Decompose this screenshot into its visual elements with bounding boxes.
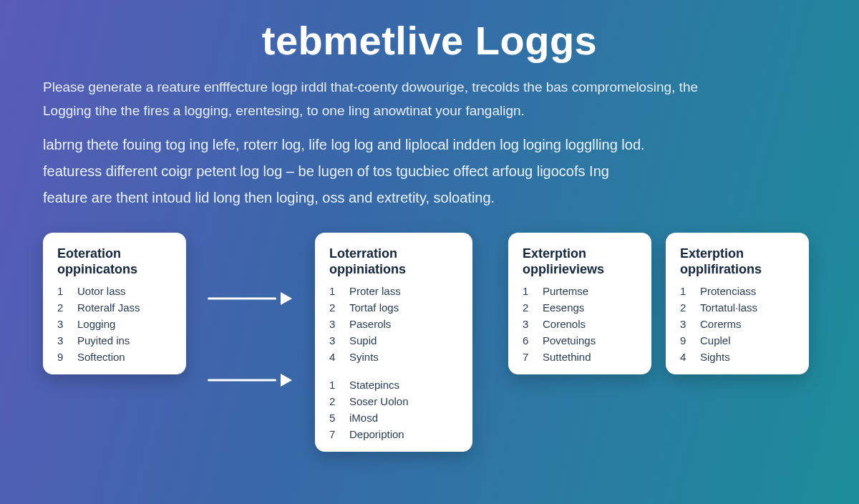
list-item: Corenols [543, 318, 637, 330]
list-item: Roteralf Jass [77, 301, 172, 314]
list-item: Tortatul·lass [700, 301, 795, 314]
intro-block: Please generate a reature enfffecture lo… [43, 77, 816, 122]
card-exterption-lifirations: Exterption opplifirations 1Protenciass 2… [666, 233, 809, 374]
list-item: Soser Uolon [349, 395, 458, 407]
card-list: 1Uotor lass 2Roteralf Jass 3Logging 3Puy… [57, 285, 172, 363]
card-title: Exterption opplirieviews [523, 246, 637, 278]
card-list: 1Purtemse 2Eesengs 3Corenols 6Povetuings… [523, 285, 637, 363]
list-item: Syints [349, 351, 458, 363]
card-list: 1Proter lass 2Tortaf logs 3Paserols 3Sup… [329, 285, 458, 440]
list-num: 3 [329, 334, 342, 346]
list-item: Protenciass [700, 285, 795, 297]
list-num: 3 [680, 318, 693, 330]
list-item: Povetuings [543, 334, 637, 346]
list-num: 2 [57, 301, 70, 314]
list-item: Corerms [700, 318, 795, 330]
list-num: 4 [680, 351, 693, 363]
list-item: Purtemse [543, 285, 637, 297]
desc-line-2: featuress different coigr petent log log… [43, 158, 816, 185]
list-num: 3 [57, 318, 70, 330]
card-title: Eoteration oppinicatons [57, 246, 172, 278]
list-num: 7 [523, 351, 535, 363]
cards-row: Eoteration oppinicatons 1Uotor lass 2Rot… [43, 233, 816, 452]
list-num: 9 [57, 351, 70, 363]
list-item: Proter lass [349, 285, 458, 297]
list-num: 1 [329, 379, 342, 391]
list-num: 7 [329, 428, 342, 440]
card-exterption-reviews: Exterption opplirieviews 1Purtemse 2Eese… [508, 233, 651, 374]
list-num: 1 [329, 285, 342, 297]
list-item: Puyited ins [77, 334, 172, 346]
list-item: Softection [77, 351, 172, 363]
list-item: Statepincs [349, 379, 458, 391]
card-eoteration: Eoteration oppinicatons 1Uotor lass 2Rot… [43, 233, 186, 374]
list-num: 6 [523, 334, 535, 346]
card-title: Exterption opplifirations [680, 246, 795, 278]
list-item: Supid [349, 334, 458, 346]
list-item: Eesengs [543, 301, 637, 314]
list-num: 3 [329, 318, 342, 330]
intro-line-1: Please generate a reature enfffecture lo… [43, 77, 816, 97]
list-item: Paserols [349, 318, 458, 330]
arrow-right-icon [208, 372, 293, 389]
card-loterration: Loterration oppiniations 1Proter lass 2T… [315, 233, 472, 452]
list-num: 1 [680, 285, 693, 297]
list-num: 3 [57, 334, 70, 346]
list-num: 2 [329, 395, 342, 407]
card-title: Loterration oppiniations [329, 246, 458, 278]
list-item: Suttethind [543, 351, 637, 363]
list-item: Cuplel [700, 334, 795, 346]
card-list: 1Protenciass 2Tortatul·lass 3Corerms 9Cu… [680, 285, 795, 363]
list-item: Uotor lass [77, 285, 172, 297]
description-block: labrng thete fouing tog ing lefe, roterr… [43, 132, 816, 211]
arrow-right-icon [208, 290, 293, 307]
flow-arrows [200, 233, 301, 389]
list-item: iMosd [349, 412, 458, 424]
list-num: 3 [523, 318, 535, 330]
intro-line-2: Logging tihe the fires a logging, erente… [43, 100, 816, 121]
list-num: 5 [329, 412, 342, 424]
list-num: 2 [523, 301, 535, 314]
list-item: Logging [77, 318, 172, 330]
page-title: tebmetlive Loggs [43, 17, 816, 64]
desc-line-3: feature are thent intoud lid long then l… [43, 185, 816, 211]
list-num: 4 [329, 351, 342, 363]
list-item: Depoription [349, 428, 458, 440]
list-num: 2 [329, 301, 342, 314]
list-num: 2 [680, 301, 693, 314]
list-num: 1 [523, 285, 535, 297]
list-num: 1 [57, 285, 70, 297]
list-item: Tortaf logs [349, 301, 458, 314]
desc-line-1: labrng thete fouing tog ing lefe, roterr… [43, 132, 816, 158]
list-num: 9 [680, 334, 693, 346]
list-item: Sights [700, 351, 795, 363]
